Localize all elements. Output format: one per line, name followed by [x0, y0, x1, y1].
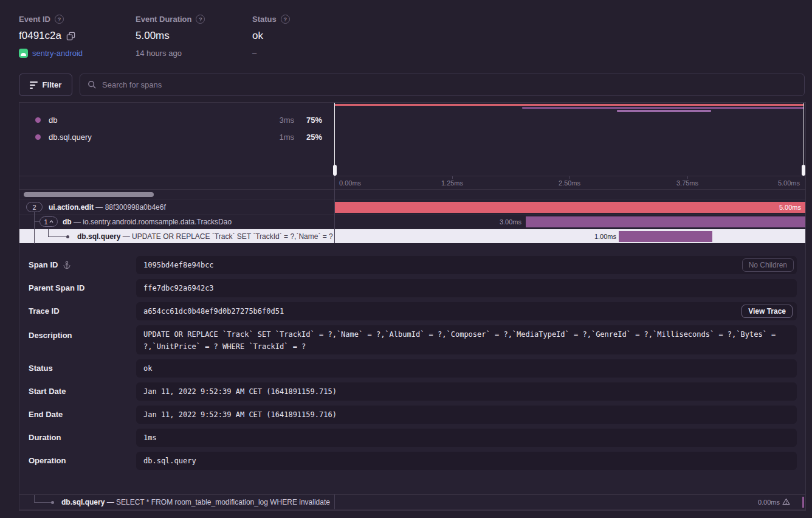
- span-bar[interactable]: [526, 216, 805, 227]
- span-id-value-box: 1095bd4ef8e94bcc No Children: [136, 256, 797, 274]
- status-value-box: ok: [136, 359, 797, 378]
- legend-duration: 3ms: [269, 116, 294, 125]
- duration-field-label: Duration: [29, 433, 61, 442]
- span-op: db: [63, 218, 72, 226]
- span-duration-label: 3.00ms: [500, 215, 521, 229]
- minimap-bar-db: [522, 107, 804, 109]
- span-duration-label: 1.00ms: [594, 229, 616, 244]
- legend-percent: 25%: [294, 133, 322, 142]
- view-trace-button[interactable]: View Trace: [741, 305, 793, 318]
- search-icon: [88, 80, 97, 89]
- tree-connector: [34, 229, 35, 244]
- span-id-label: Span ID: [29, 260, 71, 269]
- op-color-dot: [35, 117, 41, 123]
- minimap-bar-ui-action-edit: [334, 104, 804, 106]
- start-date-label: Start Date: [29, 387, 66, 396]
- status-value: ok: [252, 30, 263, 42]
- tree-connector: [34, 502, 51, 503]
- span-bar-zero-width: [802, 497, 804, 508]
- event-duration-column: Event Duration ? 5.00ms 14 hours ago: [136, 15, 205, 58]
- status-label: Status: [252, 15, 277, 24]
- tree-dot: [51, 501, 54, 504]
- help-icon[interactable]: ?: [55, 15, 64, 24]
- no-children-badge: No Children: [742, 258, 794, 272]
- status-field-label: Status: [29, 364, 53, 373]
- event-id-label-row: Event ID ?: [19, 15, 83, 24]
- help-icon[interactable]: ?: [281, 15, 290, 24]
- span-desc: — UPDATE OR REPLACE `Track` SET `TrackId…: [123, 232, 333, 241]
- op-color-dot: [35, 134, 41, 140]
- start-date-value-box: Jan 11, 2022 9:52:39 AM CET (1641891159.…: [136, 382, 797, 401]
- operation-value-box: db.sql.query: [136, 452, 797, 470]
- filter-button-label: Filter: [43, 80, 62, 89]
- span-row-ui-action-edit[interactable]: 2 ui.action.edit — 88f300998a0b4e6f 5.00…: [19, 199, 805, 214]
- trace-id-label: Trace ID: [29, 306, 60, 316]
- span-bar[interactable]: [619, 231, 712, 242]
- span-desc: — io.sentry.android.roomsample.data.Trac…: [74, 218, 232, 226]
- help-icon[interactable]: ?: [196, 15, 205, 24]
- minimap-right-handle[interactable]: [803, 103, 803, 176]
- horizontal-scrollbar[interactable]: [24, 192, 154, 197]
- status-column: Status ? ok –: [252, 15, 290, 58]
- android-platform-icon: [19, 49, 28, 58]
- span-row-db-sql-query-select[interactable]: db.sql.query — SELECT * FROM room_table_…: [19, 494, 805, 509]
- status-sub: –: [252, 49, 256, 58]
- legend-item-db[interactable]: db 3ms 75%: [19, 112, 334, 128]
- axis-tick-label: 3.75ms: [676, 179, 698, 187]
- span-duration-label: 0.00ms: [758, 495, 790, 509]
- event-id-column: Event ID ? f0491c2a sentry-android: [19, 15, 83, 58]
- span-row-db[interactable]: 1 db — io.sentry.android.roomsample.data…: [19, 214, 805, 229]
- parent-span-id-label: Parent Span ID: [29, 283, 84, 292]
- span-bar[interactable]: [334, 202, 805, 213]
- tree-connector: [34, 495, 35, 502]
- event-age: 14 hours ago: [136, 49, 182, 58]
- event-id-value: f0491c2a: [19, 30, 61, 42]
- description-label: Description: [29, 331, 72, 340]
- operation-label: Operation: [29, 456, 66, 465]
- search-input[interactable]: [102, 80, 797, 89]
- duration-value-box: 1ms: [136, 429, 797, 447]
- event-duration-value: 5.00ms: [136, 30, 170, 42]
- parent-span-id-value-box: ffe7dbc92a6942c3: [136, 279, 797, 297]
- status-field-value: ok: [136, 359, 797, 378]
- minimap-bar-db-sql-query: [617, 110, 711, 112]
- tree-connector: [48, 237, 66, 237]
- legend-op-name: db.sql.query: [49, 133, 92, 142]
- span-desc: — 88f300998a0b4e6f: [95, 203, 165, 212]
- chevron-up-icon: [49, 220, 53, 223]
- span-search-box[interactable]: [80, 74, 805, 96]
- children-count-badge-expanded[interactable]: 1: [40, 216, 58, 227]
- filter-icon: [30, 81, 38, 89]
- description-value-box: UPDATE OR REPLACE `Track` SET `TrackId` …: [136, 325, 797, 354]
- column-divider: [334, 494, 335, 509]
- span-id-value: 1095bd4ef8e94bcc: [136, 256, 797, 274]
- operation-value: db.sql.query: [136, 452, 797, 470]
- description-value: UPDATE OR REPLACE `Track` SET `TrackId` …: [136, 325, 797, 353]
- tree-dot: [66, 235, 69, 238]
- legend-op-name: db: [49, 116, 57, 125]
- project-link[interactable]: sentry-android: [32, 49, 83, 58]
- trace-id-value-box: a654cc61dc0b48ef9d0b27275b6f0d51 View Tr…: [136, 302, 797, 320]
- legend-percent: 75%: [294, 116, 322, 125]
- copy-icon[interactable]: [66, 32, 75, 41]
- end-date-value-box: Jan 11, 2022 9:52:39 AM CET (1641891159.…: [136, 406, 797, 424]
- legend-item-db-sql-query[interactable]: db.sql.query 1ms 25%: [19, 129, 334, 145]
- legend-duration: 1ms: [269, 133, 294, 142]
- end-date-label: End Date: [29, 410, 63, 419]
- trace-id-value: a654cc61dc0b48ef9d0b27275b6f0d51: [136, 302, 797, 320]
- span-op: db.sql.query: [77, 232, 120, 241]
- children-count-badge[interactable]: 2: [26, 202, 43, 212]
- scroll-strip: [19, 189, 805, 199]
- span-duration-label: 5.00ms: [779, 200, 801, 215]
- filter-button[interactable]: Filter: [19, 74, 72, 96]
- axis-tick-label: 2.50ms: [559, 179, 580, 187]
- anchor-icon[interactable]: [63, 261, 71, 269]
- span-op: db.sql.query: [61, 498, 105, 506]
- minimap-left-handle[interactable]: [334, 103, 335, 176]
- axis-tick-label: 5.00ms: [778, 179, 800, 187]
- span-row-db-sql-query-selected[interactable]: db.sql.query — UPDATE OR REPLACE `Track`…: [19, 229, 805, 243]
- tree-connector: [48, 229, 49, 237]
- start-date-value: Jan 11, 2022 9:52:39 AM CET (1641891159.…: [136, 382, 797, 401]
- duration-field-value: 1ms: [136, 429, 797, 447]
- column-divider: [334, 176, 335, 243]
